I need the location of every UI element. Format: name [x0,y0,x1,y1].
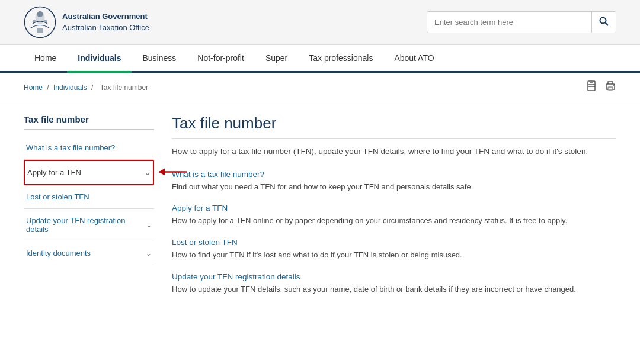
desc-what-is-tfn: Find out what you need a TFN for and how… [172,181,616,194]
breadcrumb-actions [585,80,616,95]
sidebar-item-lost-stolen[interactable]: Lost or stolen TFN [24,185,154,209]
main-content: Tax file number What is a tax file numbe… [0,102,640,318]
print-icon[interactable] [604,80,616,95]
desc-lost-stolen: How to find your TFN if it's lost and wh… [172,249,616,262]
sidebar-item-update-registration[interactable]: Update your TFN registration details ⌄ [24,209,154,241]
content-section-apply-tfn: Apply for a TFN How to apply for a TFN o… [172,204,616,227]
chevron-down-icon-3: ⌄ [146,249,152,257]
breadcrumb-individuals[interactable]: Individuals [53,83,87,92]
link-apply-tfn[interactable]: Apply for a TFN [172,204,616,212]
page-title: Tax file number [172,114,616,139]
svg-rect-3 [37,28,43,33]
sidebar-item-what-is-tfn-label[interactable]: What is a tax file number? [24,136,154,159]
sidebar: Tax file number What is a tax file numbe… [24,114,154,307]
sidebar-item-identity-docs[interactable]: Identity documents ⌄ [24,241,154,265]
nav-item-about-ato[interactable]: About ATO [383,45,444,73]
sidebar-item-apply-tfn-wrapper: Apply for a TFN ⌄ [24,160,154,185]
content-area: Tax file number How to apply for a tax f… [172,114,616,307]
nav-item-tax-professionals[interactable]: Tax professionals [298,45,383,73]
search-icon [599,17,609,26]
search-input[interactable] [427,13,591,31]
search-button[interactable] [591,12,616,33]
header: Australian Government Australian Taxatio… [0,0,640,45]
desc-apply-tfn: How to apply for a TFN online or by pape… [172,215,616,227]
chevron-down-icon-2: ⌄ [146,221,152,229]
link-what-is-tfn[interactable]: What is a tax file number? [172,170,616,179]
svg-point-2 [37,11,43,17]
svg-point-11 [613,85,614,86]
content-intro: How to apply for a tax file number (TFN)… [172,145,616,158]
search-bar[interactable] [427,11,616,33]
logo-area: Australian Government Australian Taxatio… [24,6,149,38]
logo-text: Australian Government Australian Taxatio… [62,11,149,33]
breadcrumb-home[interactable]: Home [24,83,43,92]
svg-point-5 [44,20,47,23]
link-lost-stolen[interactable]: Lost or stolen TFN [172,238,616,247]
content-section-update-registration: Update your TFN registration details How… [172,272,616,296]
chevron-down-icon: ⌄ [145,169,151,177]
sidebar-title: Tax file number [24,114,154,130]
svg-rect-10 [608,87,613,90]
link-update-registration[interactable]: Update your TFN registration details [172,272,616,281]
breadcrumb: Home / Individuals / Tax file number [24,83,151,92]
bookmark-icon[interactable] [585,80,597,95]
content-section-what-is-tfn: What is a tax file number? Find out what… [172,170,616,194]
government-crest-icon [24,6,56,38]
nav-item-home[interactable]: Home [24,45,67,73]
main-nav: Home Individuals Business Not-for-profit… [0,45,640,73]
sidebar-item-lost-stolen-label[interactable]: Lost or stolen TFN [24,185,154,208]
sidebar-item-apply-tfn[interactable]: Apply for a TFN ⌄ [24,160,154,185]
nav-item-business[interactable]: Business [132,45,187,73]
svg-point-4 [33,20,36,23]
sidebar-item-what-is-tfn[interactable]: What is a tax file number? [24,136,154,160]
desc-update-registration: How to update your TFN details, such as … [172,284,616,296]
svg-marker-13 [159,168,165,175]
nav-item-not-for-profit[interactable]: Not-for-profit [187,45,255,73]
sidebar-item-update-registration-label[interactable]: Update your TFN registration details ⌄ [24,209,154,241]
nav-item-individuals[interactable]: Individuals [67,45,132,73]
nav-item-super[interactable]: Super [255,45,298,73]
sidebar-item-identity-docs-label[interactable]: Identity documents ⌄ [24,241,154,265]
breadcrumb-bar: Home / Individuals / Tax file number [0,73,640,102]
breadcrumb-current: Tax file number [100,83,148,92]
sidebar-item-apply-tfn-label[interactable]: Apply for a TFN ⌄ [25,161,153,184]
content-section-lost-stolen: Lost or stolen TFN How to find your TFN … [172,238,616,262]
svg-line-7 [606,23,608,25]
